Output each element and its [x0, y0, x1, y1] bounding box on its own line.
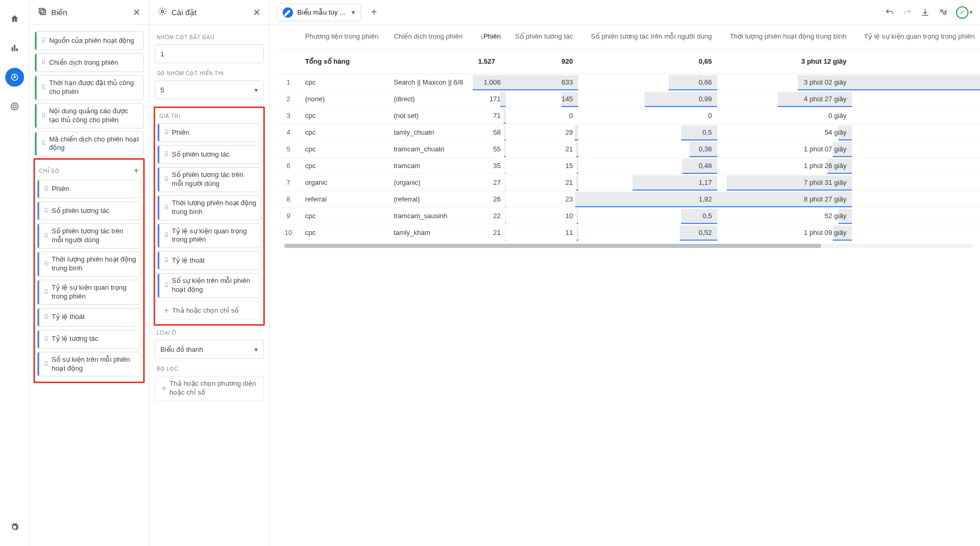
value-chip[interactable]: ⠿Số sự kiện trên mỗi phiên hoạt động: [157, 273, 261, 298]
value-chip[interactable]: ⠿Số phiên tương tác: [157, 145, 261, 164]
filter-label: BỘ LỌC: [157, 366, 262, 372]
grip-icon: ⠿: [44, 361, 49, 368]
column-header[interactable]: Thời lượng phiên hoạt động trung bình: [717, 25, 852, 49]
svg-point-5: [13, 105, 16, 108]
svg-rect-1: [14, 45, 15, 51]
download-icon[interactable]: [920, 8, 930, 17]
totals-row: Tổng số hàng1.5279200,653 phút 12 giây: [277, 49, 980, 74]
chevron-down-icon: ▾: [254, 86, 258, 94]
layers-icon: [38, 7, 47, 18]
svg-rect-2: [16, 49, 18, 51]
dimension-chip[interactable]: ⠿Nguồn của phiên hoạt động: [34, 31, 144, 50]
svg-rect-0: [11, 48, 13, 52]
grip-icon: ⠿: [44, 185, 49, 193]
value-chip[interactable]: ⠿Số phiên tương tác trên mỗi người dùng: [157, 167, 261, 192]
col-count-select[interactable]: 5 ▾: [155, 80, 264, 99]
metric-chip[interactable]: ⠿Thời lượng phiên hoạt động trung bình: [37, 252, 141, 277]
grip-icon: ⠿: [164, 232, 169, 239]
data-table: Phương tiện trong phiênChiến dịch trong …: [270, 25, 980, 546]
undo-icon[interactable]: [885, 8, 894, 17]
metric-chip[interactable]: ⠿Phiên: [37, 180, 141, 198]
plus-icon: +: [164, 306, 169, 315]
grip-icon: ⠿: [164, 129, 169, 136]
close-icon[interactable]: ✕: [253, 7, 261, 18]
column-header[interactable]: Chiến dịch trong phiên: [389, 25, 473, 49]
table-row[interactable]: 2(none)(direct)1711450,994 phút 27 giây: [277, 90, 980, 107]
values-highlight: GIÁ TRỊ ⠿Phiên⠿Số phiên tương tác⠿Số phi…: [154, 106, 265, 326]
table-row[interactable]: 7organic(organic)27211,177 phút 31 giây: [277, 174, 980, 191]
metrics-highlight: CHỈ SỐ + ⠿Phiên⠿Số phiên tương tác⠿Số ph…: [33, 158, 145, 383]
grip-icon: ⠿: [41, 59, 46, 66]
value-chip[interactable]: ⠿Tỷ lệ thoát: [157, 251, 261, 270]
drop-metric-chip[interactable]: + Thả hoặc chọn chỉ số: [157, 301, 261, 320]
table-row[interactable]: 10cpctamly_kham21110,521 phút 09 giây: [277, 224, 980, 241]
metric-chip[interactable]: ⠿Tỷ lệ sự kiện quan trọng trong phiên: [37, 280, 141, 305]
explore-icon[interactable]: [5, 68, 24, 87]
grip-icon: ⠿: [164, 204, 169, 211]
value-chip[interactable]: ⠿Tỷ lệ sự kiện quan trọng trong phiên: [157, 223, 261, 248]
nav-rail: [0, 0, 29, 546]
dimension-chip[interactable]: ⠿Chiến dịch trong phiên: [34, 53, 144, 72]
close-icon[interactable]: ✕: [133, 7, 141, 18]
chart-type-label: LOẠI Ô: [157, 330, 262, 336]
home-icon[interactable]: [5, 9, 24, 28]
svg-point-9: [941, 9, 943, 12]
variables-panel: Biến ✕ ⠿Nguồn của phiên hoạt động⠿Chiến …: [29, 0, 149, 546]
horizontal-scrollbar[interactable]: [284, 244, 973, 248]
metric-chip[interactable]: ⠿Số sự kiện trên mỗi phiên hoạt động: [37, 352, 141, 377]
exploration-tab[interactable]: Biểu mẫu tùy ... ▾: [277, 4, 361, 21]
grip-icon: ⠿: [44, 336, 49, 343]
advertising-icon[interactable]: [5, 97, 24, 116]
column-header[interactable]: Phương tiện trong phiên: [300, 25, 389, 49]
table-row[interactable]: 5cpctramcam_chuatri55210,381 phút 07 giâ…: [277, 140, 980, 157]
grip-icon: ⠿: [44, 207, 49, 215]
dimension-chip[interactable]: ⠿Mã chiến dịch cho phiên hoạt động: [34, 132, 144, 157]
col-start-input[interactable]: 1: [155, 44, 264, 63]
metric-chip[interactable]: ⠿Tỷ lệ thoát: [37, 308, 141, 327]
svg-point-4: [11, 103, 18, 110]
reports-icon[interactable]: [5, 39, 24, 57]
grip-icon: ⠿: [44, 232, 49, 240]
table-row[interactable]: 9cpctramcam_sausinh22100,552 giây: [277, 207, 980, 224]
column-header[interactable]: Số phiên tương tác trên mỗi người dùng: [578, 25, 717, 49]
settings-header: Cài đặt ✕: [149, 0, 269, 25]
column-header[interactable]: [277, 25, 300, 49]
settings-icon[interactable]: [5, 518, 24, 537]
metric-chip[interactable]: ⠿Số phiên tương tác trên mỗi người dùng: [37, 223, 141, 248]
share-icon[interactable]: [938, 8, 948, 17]
add-tab-button[interactable]: +: [365, 4, 383, 21]
edit-icon: [283, 7, 293, 18]
gear-icon: [158, 7, 167, 18]
table-row[interactable]: 8referral(referral)26231,928 phút 27 giâ…: [277, 191, 980, 207]
column-header[interactable]: Tỷ lệ sự kiện quan trọng trong phiên: [852, 25, 980, 49]
table-row[interactable]: 4cpctamly_chuatri58290,554 giây: [277, 124, 980, 140]
settings-panel: Cài đặt ✕ NHÓM CỘT BẮT ĐẦU 1 SỐ NHÓM CỘT…: [149, 0, 270, 546]
metric-chip[interactable]: ⠿Số phiên tương tác: [37, 201, 141, 220]
value-chip[interactable]: ⠿Phiên: [157, 123, 261, 142]
grip-icon: ⠿: [41, 37, 46, 44]
column-header[interactable]: Số phiên tương tác: [506, 25, 578, 49]
table-row[interactable]: 1cpcSearch || Maxcon || 6/81.0066330,663…: [277, 74, 980, 90]
chart-type-select[interactable]: Biểu đồ thanh ▾: [155, 340, 264, 359]
column-header[interactable]: ↓Phiên: [473, 25, 506, 49]
col-start-label: NHÓM CỘT BẮT ĐẦU: [157, 34, 262, 40]
redo-icon[interactable]: [903, 8, 912, 17]
metric-chip[interactable]: ⠿Tỷ lệ tương tác: [37, 330, 141, 349]
svg-rect-6: [39, 8, 44, 13]
variables-header: Biến ✕: [29, 0, 149, 25]
dimension-chip[interactable]: ⠿Nội dung quảng cáo được tạo thủ công ch…: [34, 103, 144, 128]
table-row[interactable]: 6cpctramcam35150,481 phút 26 giây: [277, 157, 980, 174]
grip-icon: ⠿: [41, 140, 46, 147]
topbar: Biểu mẫu tùy ... ▾ + ✓▾: [270, 0, 980, 25]
status-ok-icon[interactable]: ✓▾: [956, 6, 973, 19]
table-row[interactable]: 3cpc(not set)71000 giây: [277, 107, 980, 124]
dimension-chip[interactable]: ⠿Thời hạn được đặt thủ công cho phiên: [34, 75, 144, 100]
svg-rect-7: [41, 10, 45, 15]
grip-icon: ⠿: [164, 282, 169, 289]
add-metric-icon[interactable]: +: [134, 166, 139, 175]
value-chip[interactable]: ⠿Thời lượng phiên hoạt động trung bình: [157, 195, 261, 220]
drop-filter-chip[interactable]: + Thả hoặc chọn phương diện hoặc chỉ số: [155, 376, 264, 401]
variables-title: Biến: [51, 8, 67, 17]
metrics-section-label: CHỈ SỐ +: [39, 166, 139, 175]
chevron-down-icon: ▾: [254, 346, 258, 353]
